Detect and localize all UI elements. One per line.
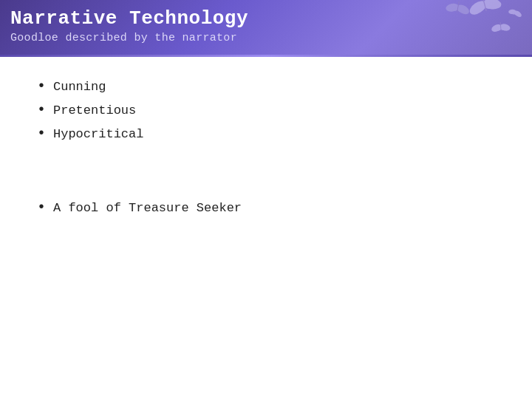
list-item: • Pretentious <box>37 103 495 117</box>
bullet-icon: • <box>37 103 46 117</box>
slide-header: Narrative Technology Goodloe described b… <box>0 0 532 55</box>
top-bullet-list: • Cunning • Pretentious • Hypocritical <box>37 79 495 141</box>
slide-subtitle: Goodloe described by the narrator <box>10 32 517 44</box>
bullet-text: Pretentious <box>53 103 136 117</box>
list-item: • Cunning <box>37 79 495 94</box>
slide-content: • Cunning • Pretentious • Hypocritical •… <box>0 57 532 246</box>
bullet-icon: • <box>37 79 46 94</box>
list-item: • A fool of Treasure Seeker <box>37 200 495 215</box>
bullet-text: Hypocritical <box>53 127 143 141</box>
slide: Narrative Technology Goodloe described b… <box>0 0 532 399</box>
bullet-text: A fool of Treasure Seeker <box>53 201 242 215</box>
bullet-icon: • <box>37 200 46 215</box>
bullet-text: Cunning <box>53 80 106 94</box>
list-item: • Hypocritical <box>37 126 495 141</box>
bottom-bullet-list: • A fool of Treasure Seeker <box>37 200 495 215</box>
top-bullets-section: • Cunning • Pretentious • Hypocritical <box>37 79 495 141</box>
bottom-bullets-section: • A fool of Treasure Seeker <box>37 200 495 215</box>
slide-title: Narrative Technology <box>10 7 517 30</box>
bullet-icon: • <box>37 126 46 141</box>
